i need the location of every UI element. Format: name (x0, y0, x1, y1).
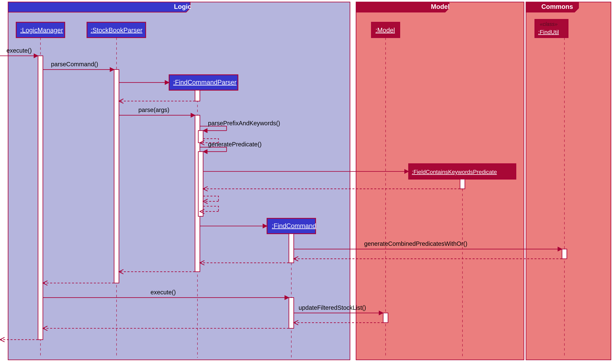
svg-text::FieldContainsKeywordsPredicat: :FieldContainsKeywordsPredicate (412, 169, 497, 175)
activation-findcommand-exec (289, 298, 294, 328)
activation-predicate (460, 179, 465, 189)
svg-text::Model: :Model (375, 26, 395, 34)
activation-findcommand-create (289, 234, 294, 263)
sequence-diagram: Logic Model Commons :LogicManager :Stock… (0, 0, 615, 364)
activation-model (383, 313, 388, 323)
activation-stockbook-parser (114, 69, 119, 283)
activation-logic-manager (38, 56, 43, 340)
svg-text::LogicManager: :LogicManager (20, 26, 63, 34)
svg-text:Commons: Commons (541, 3, 573, 10)
activation-fcp-self1 (198, 130, 203, 143)
svg-text:generatePredicate(): generatePredicate() (208, 141, 262, 148)
svg-text::FindCommandParser: :FindCommandParser (173, 79, 237, 86)
svg-text::FindUtil: :FindUtil (538, 29, 559, 35)
svg-text:generateCombinedPredicatesWith: generateCombinedPredicatesWithOr() (364, 240, 467, 247)
svg-text::StockBookParser: :StockBookParser (91, 26, 142, 34)
svg-text:Model: Model (431, 3, 450, 10)
svg-text:parsePrefixAndKeywords(): parsePrefixAndKeywords() (208, 120, 280, 127)
svg-rect-2 (356, 2, 524, 360)
activation-findutil (562, 249, 567, 259)
svg-text:execute(): execute() (7, 47, 32, 54)
svg-text:execute(): execute() (150, 289, 176, 296)
svg-text::FindCommand: :FindCommand (272, 222, 316, 230)
svg-text:parse(args): parse(args) (138, 106, 169, 113)
activation-fcp-create (195, 90, 200, 101)
svg-rect-4 (526, 2, 611, 360)
svg-text:Logic: Logic (174, 3, 191, 10)
svg-text:parseCommand(): parseCommand() (51, 61, 98, 67)
activation-fcp-self2 (198, 152, 203, 216)
svg-text:«class»: «class» (540, 21, 558, 27)
frame-model: Model (356, 2, 524, 360)
svg-text:updateFilteredStockList(): updateFilteredStockList() (299, 304, 366, 311)
frame-commons: Commons (526, 2, 611, 360)
